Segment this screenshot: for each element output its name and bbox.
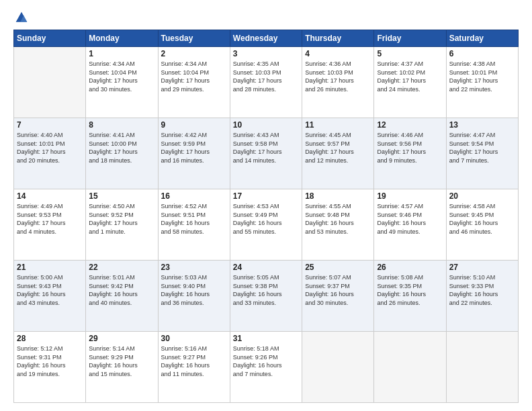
day-number: 23	[161, 263, 227, 272]
table-row: 16Sunrise: 4:52 AM Sunset: 9:51 PM Dayli…	[158, 189, 230, 261]
day-info: Sunrise: 5:07 AM Sunset: 9:37 PM Dayligh…	[305, 273, 371, 307]
table-row: 21Sunrise: 5:00 AM Sunset: 9:43 PM Dayli…	[14, 261, 86, 332]
day-info: Sunrise: 5:10 AM Sunset: 9:33 PM Dayligh…	[449, 273, 515, 307]
table-row: 12Sunrise: 4:46 AM Sunset: 9:56 PM Dayli…	[374, 118, 446, 189]
day-info: Sunrise: 4:43 AM Sunset: 9:58 PM Dayligh…	[233, 131, 299, 165]
table-row: 28Sunrise: 5:12 AM Sunset: 9:31 PM Dayli…	[14, 332, 86, 403]
logo-icon	[15, 11, 28, 24]
day-info: Sunrise: 4:35 AM Sunset: 10:03 PM Daylig…	[233, 60, 299, 93]
day-number: 20	[449, 191, 515, 201]
day-number: 15	[89, 191, 154, 201]
col-tuesday: Tuesday	[158, 30, 230, 47]
table-row: 6Sunrise: 4:38 AM Sunset: 10:01 PM Dayli…	[446, 47, 518, 118]
table-row: 31Sunrise: 5:18 AM Sunset: 9:26 PM Dayli…	[230, 332, 302, 403]
day-number: 19	[377, 191, 443, 201]
table-row: 20Sunrise: 4:58 AM Sunset: 9:45 PM Dayli…	[446, 189, 518, 261]
day-number: 29	[89, 334, 154, 343]
table-row	[302, 332, 374, 403]
table-row: 8Sunrise: 4:41 AM Sunset: 10:00 PM Dayli…	[86, 118, 158, 189]
table-row	[374, 332, 446, 403]
day-number: 25	[305, 263, 371, 272]
calendar-table: Sunday Monday Tuesday Wednesday Thursday…	[13, 30, 519, 403]
day-info: Sunrise: 5:14 AM Sunset: 9:29 PM Dayligh…	[89, 345, 154, 378]
day-number: 12	[377, 120, 443, 130]
table-row: 4Sunrise: 4:36 AM Sunset: 10:03 PM Dayli…	[302, 47, 374, 118]
table-row: 10Sunrise: 4:43 AM Sunset: 9:58 PM Dayli…	[230, 118, 302, 189]
day-number: 16	[161, 191, 227, 201]
table-row: 19Sunrise: 4:57 AM Sunset: 9:46 PM Dayli…	[374, 189, 446, 261]
calendar-week-row: 21Sunrise: 5:00 AM Sunset: 9:43 PM Dayli…	[14, 261, 519, 332]
table-row: 5Sunrise: 4:37 AM Sunset: 10:02 PM Dayli…	[374, 47, 446, 118]
table-row: 30Sunrise: 5:16 AM Sunset: 9:27 PM Dayli…	[158, 332, 230, 403]
day-info: Sunrise: 4:34 AM Sunset: 10:04 PM Daylig…	[89, 60, 154, 93]
day-number: 26	[377, 263, 443, 272]
table-row	[14, 47, 86, 118]
table-row: 29Sunrise: 5:14 AM Sunset: 9:29 PM Dayli…	[86, 332, 158, 403]
day-number: 17	[233, 191, 299, 201]
day-number: 1	[89, 49, 154, 58]
day-number: 28	[17, 334, 83, 343]
col-wednesday: Wednesday	[230, 30, 302, 47]
calendar-week-row: 1Sunrise: 4:34 AM Sunset: 10:04 PM Dayli…	[14, 47, 519, 118]
day-info: Sunrise: 4:46 AM Sunset: 9:56 PM Dayligh…	[377, 131, 443, 165]
col-thursday: Thursday	[302, 30, 374, 47]
day-number: 6	[449, 49, 515, 58]
calendar-header-row: Sunday Monday Tuesday Wednesday Thursday…	[14, 30, 519, 47]
day-info: Sunrise: 5:12 AM Sunset: 9:31 PM Dayligh…	[17, 345, 83, 378]
day-info: Sunrise: 4:38 AM Sunset: 10:01 PM Daylig…	[449, 60, 515, 93]
day-info: Sunrise: 5:01 AM Sunset: 9:42 PM Dayligh…	[89, 273, 154, 307]
day-info: Sunrise: 4:55 AM Sunset: 9:48 PM Dayligh…	[305, 202, 371, 236]
table-row: 14Sunrise: 4:49 AM Sunset: 9:53 PM Dayli…	[14, 189, 86, 261]
col-saturday: Saturday	[446, 30, 518, 47]
table-row: 26Sunrise: 5:08 AM Sunset: 9:35 PM Dayli…	[374, 261, 446, 332]
day-number: 22	[89, 263, 154, 272]
table-row: 1Sunrise: 4:34 AM Sunset: 10:04 PM Dayli…	[86, 47, 158, 118]
calendar-week-row: 28Sunrise: 5:12 AM Sunset: 9:31 PM Dayli…	[14, 332, 519, 403]
logo	[13, 11, 28, 24]
table-row: 2Sunrise: 4:34 AM Sunset: 10:04 PM Dayli…	[158, 47, 230, 118]
day-number: 31	[233, 334, 299, 343]
day-info: Sunrise: 4:47 AM Sunset: 9:54 PM Dayligh…	[449, 131, 515, 165]
day-info: Sunrise: 4:36 AM Sunset: 10:03 PM Daylig…	[305, 60, 371, 93]
col-sunday: Sunday	[14, 30, 86, 47]
day-number: 7	[17, 120, 83, 130]
day-number: 27	[449, 263, 515, 272]
table-row: 22Sunrise: 5:01 AM Sunset: 9:42 PM Dayli…	[86, 261, 158, 332]
table-row: 23Sunrise: 5:03 AM Sunset: 9:40 PM Dayli…	[158, 261, 230, 332]
day-info: Sunrise: 5:08 AM Sunset: 9:35 PM Dayligh…	[377, 273, 443, 307]
table-row: 25Sunrise: 5:07 AM Sunset: 9:37 PM Dayli…	[302, 261, 374, 332]
day-number: 11	[305, 120, 371, 130]
day-info: Sunrise: 4:49 AM Sunset: 9:53 PM Dayligh…	[17, 202, 83, 236]
table-row: 17Sunrise: 4:53 AM Sunset: 9:49 PM Dayli…	[230, 189, 302, 261]
day-info: Sunrise: 5:18 AM Sunset: 9:26 PM Dayligh…	[233, 345, 299, 378]
table-row: 11Sunrise: 4:45 AM Sunset: 9:57 PM Dayli…	[302, 118, 374, 189]
day-info: Sunrise: 5:05 AM Sunset: 9:38 PM Dayligh…	[233, 273, 299, 307]
day-info: Sunrise: 4:42 AM Sunset: 9:59 PM Dayligh…	[161, 131, 227, 165]
day-number: 21	[17, 263, 83, 272]
table-row: 15Sunrise: 4:50 AM Sunset: 9:52 PM Dayli…	[86, 189, 158, 261]
day-info: Sunrise: 5:03 AM Sunset: 9:40 PM Dayligh…	[161, 273, 227, 307]
day-info: Sunrise: 4:34 AM Sunset: 10:04 PM Daylig…	[161, 60, 227, 93]
col-monday: Monday	[86, 30, 158, 47]
day-number: 30	[161, 334, 227, 343]
day-number: 4	[305, 49, 371, 58]
day-info: Sunrise: 4:45 AM Sunset: 9:57 PM Dayligh…	[305, 131, 371, 165]
col-friday: Friday	[374, 30, 446, 47]
header	[13, 11, 519, 24]
day-number: 2	[161, 49, 227, 58]
day-number: 10	[233, 120, 299, 130]
table-row: 24Sunrise: 5:05 AM Sunset: 9:38 PM Dayli…	[230, 261, 302, 332]
table-row: 3Sunrise: 4:35 AM Sunset: 10:03 PM Dayli…	[230, 47, 302, 118]
table-row	[446, 332, 518, 403]
day-number: 14	[17, 191, 83, 201]
day-info: Sunrise: 4:50 AM Sunset: 9:52 PM Dayligh…	[89, 202, 154, 236]
day-number: 9	[161, 120, 227, 130]
day-info: Sunrise: 4:58 AM Sunset: 9:45 PM Dayligh…	[449, 202, 515, 236]
table-row: 9Sunrise: 4:42 AM Sunset: 9:59 PM Daylig…	[158, 118, 230, 189]
table-row: 7Sunrise: 4:40 AM Sunset: 10:01 PM Dayli…	[14, 118, 86, 189]
calendar-week-row: 7Sunrise: 4:40 AM Sunset: 10:01 PM Dayli…	[14, 118, 519, 189]
day-info: Sunrise: 5:16 AM Sunset: 9:27 PM Dayligh…	[161, 345, 227, 378]
day-info: Sunrise: 4:41 AM Sunset: 10:00 PM Daylig…	[89, 131, 154, 165]
day-info: Sunrise: 4:53 AM Sunset: 9:49 PM Dayligh…	[233, 202, 299, 236]
day-number: 24	[233, 263, 299, 272]
